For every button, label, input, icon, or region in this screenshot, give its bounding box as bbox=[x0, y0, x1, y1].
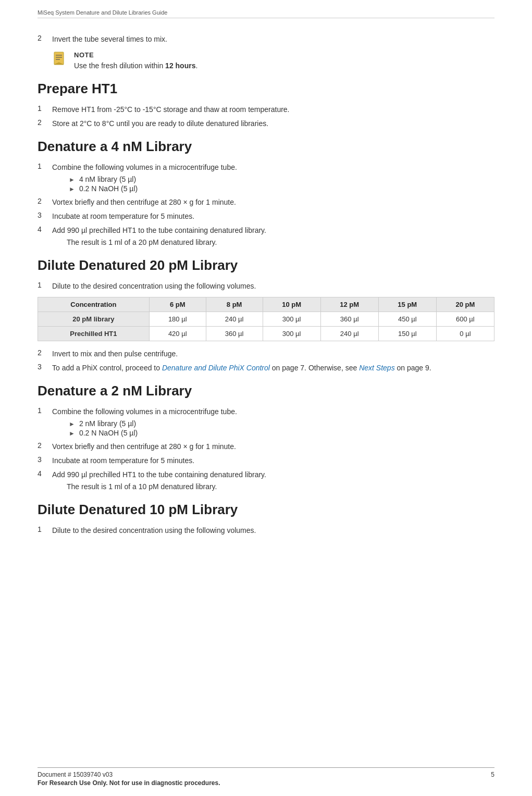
note-block: NOTE Use the fresh dilution within 12 ho… bbox=[52, 50, 494, 71]
step-text: Remove HT1 from -25°C to -15°C storage a… bbox=[52, 104, 494, 115]
section-dilute20pM-title: Dilute Denatured 20 pM Library bbox=[38, 257, 494, 273]
step-num: 4 bbox=[38, 225, 52, 248]
denature4nM-step2: 2 Vortex briefly and then centrifuge at … bbox=[38, 197, 494, 208]
cell-HT1-6pM: 420 µl bbox=[149, 326, 206, 341]
footer-page-number: 5 bbox=[491, 771, 494, 778]
note-content: NOTE Use the fresh dilution within 12 ho… bbox=[74, 50, 197, 71]
dilute10pM-step1: 1 Dilute to the desired concentration us… bbox=[38, 525, 494, 536]
step-text: Add 990 µl prechilled HT1 to the tube co… bbox=[52, 226, 266, 234]
step-num: 3 bbox=[38, 363, 52, 374]
bullet-text: 2 nM library (5 µl) bbox=[79, 419, 136, 428]
cell-20pM-20pM: 600 µl bbox=[436, 312, 494, 326]
step-content: Combine the following volumes in a micro… bbox=[52, 406, 237, 438]
denature4nM-step3: 3 Incubate at room temperature for 5 min… bbox=[38, 211, 494, 222]
denature2nM-step2: 2 Vortex briefly and then centrifuge at … bbox=[38, 441, 494, 452]
denature2nM-step3: 3 Incubate at room temperature for 5 min… bbox=[38, 455, 494, 466]
step-num: 2 bbox=[38, 197, 52, 208]
cell-HT1-8pM: 360 µl bbox=[206, 326, 263, 341]
step-continuation: The result is 1 ml of a 20 pM denatured … bbox=[67, 237, 266, 248]
step-num: 3 bbox=[38, 211, 52, 222]
cell-20pM-15pM: 450 µl bbox=[378, 312, 436, 326]
section-denature4nM-title: Denature a 4 nM Library bbox=[38, 139, 494, 155]
dilute20pM-step3: 3 To add a PhiX control, proceed to Dena… bbox=[38, 363, 494, 374]
cell-20pM-10pM: 300 µl bbox=[263, 312, 320, 326]
link-next-steps[interactable]: Next Steps bbox=[359, 364, 394, 372]
cell-20pM-6pM: 180 µl bbox=[149, 312, 206, 326]
cell-20pM-8pM: 240 µl bbox=[206, 312, 263, 326]
step3-link-text: To add a PhiX control, proceed to Denatu… bbox=[52, 363, 494, 374]
link-denature-dilute-phix[interactable]: Denature and Dilute PhiX Control bbox=[162, 364, 270, 372]
row-header-prechilled-HT1: Prechilled HT1 bbox=[38, 326, 150, 341]
row-header-20pM-library: 20 pM library bbox=[38, 312, 150, 326]
denature4nM-step4: 4 Add 990 µl prechilled HT1 to the tube … bbox=[38, 225, 494, 248]
denature2nM-steps: 1 Combine the following volumes in a mic… bbox=[38, 406, 494, 492]
step-text: Incubate at room temperature for 5 minut… bbox=[52, 455, 494, 466]
footer-bar: Document # 15039740 v03 5 For Research U… bbox=[38, 767, 494, 787]
denature2nM-step4: 4 Add 990 µl prechilled HT1 to the tube … bbox=[38, 469, 494, 492]
step-text: Vortex briefly and then centrifuge at 28… bbox=[52, 441, 494, 452]
step-continuation: The result is 1 ml of a 10 pM denatured … bbox=[67, 481, 266, 492]
cell-HT1-10pM: 300 µl bbox=[263, 326, 320, 341]
bullet-arrow-icon: ► bbox=[69, 185, 75, 193]
step-text: Incubate at room temperature for 5 minut… bbox=[52, 211, 494, 222]
table-row: Prechilled HT1 420 µl 360 µl 300 µl 240 … bbox=[38, 326, 494, 341]
page-wrapper: MiSeq System Denature and Dilute Librari… bbox=[0, 0, 532, 796]
step-content: Combine the following volumes in a micro… bbox=[52, 162, 237, 194]
col-header-6pM: 6 pM bbox=[149, 297, 206, 312]
denature2nM-step1: 1 Combine the following volumes in a mic… bbox=[38, 406, 494, 438]
step-text: Store at 2°C to 8°C until you are ready … bbox=[52, 118, 494, 129]
section-prepareHT1-title: Prepare HT1 bbox=[38, 81, 494, 97]
col-header-20pM: 20 pM bbox=[436, 297, 494, 312]
footer-top: Document # 15039740 v03 5 bbox=[38, 771, 494, 778]
note-bold: 12 hours bbox=[165, 61, 195, 70]
cell-20pM-12pM: 360 µl bbox=[320, 312, 378, 326]
bullet-list: ► 2 nM library (5 µl) ► 0.2 N NaOH (5 µl… bbox=[69, 419, 237, 437]
dilute20pM-step2: 2 Invert to mix and then pulse centrifug… bbox=[38, 349, 494, 359]
step-num: 1 bbox=[38, 162, 52, 194]
step-num: 1 bbox=[38, 525, 52, 536]
note-label: NOTE bbox=[74, 50, 197, 60]
step-num: 2 bbox=[38, 118, 52, 129]
step-text: Vortex briefly and then centrifuge at 28… bbox=[52, 197, 494, 208]
bullet-text: 0.2 N NaOH (5 µl) bbox=[79, 184, 138, 193]
dilute20pM-steps-after: 2 Invert to mix and then pulse centrifug… bbox=[38, 349, 494, 374]
header-title: MiSeq System Denature and Dilute Librari… bbox=[38, 9, 167, 16]
cell-HT1-12pM: 240 µl bbox=[320, 326, 378, 341]
bullet-text: 0.2 N NaOH (5 µl) bbox=[79, 429, 138, 437]
cell-HT1-15pM: 150 µl bbox=[378, 326, 436, 341]
section-dilute10pM-title: Dilute Denatured 10 pM Library bbox=[38, 502, 494, 518]
note-body: Use the fresh dilution within 12 hours. bbox=[74, 60, 197, 71]
cell-HT1-20pM: 0 µl bbox=[436, 326, 494, 341]
prepareHT1-step2: 2 Store at 2°C to 8°C until you are read… bbox=[38, 118, 494, 129]
col-header-10pM: 10 pM bbox=[263, 297, 320, 312]
step-text: Invert to mix and then pulse centrifuge. bbox=[52, 349, 494, 359]
step-num: 2 bbox=[38, 349, 52, 359]
col-header-8pM: 8 pM bbox=[206, 297, 263, 312]
bullet-row: ► 0.2 N NaOH (5 µl) bbox=[69, 429, 237, 437]
step-num: 2 bbox=[38, 441, 52, 452]
footer-doc-number: Document # 15039740 v03 bbox=[38, 771, 113, 778]
col-header-12pM: 12 pM bbox=[320, 297, 378, 312]
table-header-row: Concentration 6 pM 8 pM 10 pM 12 pM 15 p… bbox=[38, 297, 494, 312]
step-num: 4 bbox=[38, 469, 52, 492]
bullet-arrow-icon: ► bbox=[69, 176, 75, 183]
step-text: Dilute to the desired concentration usin… bbox=[52, 281, 494, 292]
step-num: 1 bbox=[38, 104, 52, 115]
prepareHT1-steps: 1 Remove HT1 from -25°C to -15°C storage… bbox=[38, 104, 494, 129]
bullet-row: ► 2 nM library (5 µl) bbox=[69, 419, 237, 428]
note-text-end: . bbox=[195, 61, 197, 70]
denature4nM-steps: 1 Combine the following volumes in a mic… bbox=[38, 162, 494, 248]
step-text: Add 990 µl prechilled HT1 to the tube co… bbox=[52, 470, 266, 479]
header-bar: MiSeq System Denature and Dilute Librari… bbox=[38, 9, 494, 18]
bullet-row: ► 4 nM library (5 µl) bbox=[69, 175, 237, 183]
note-text-before: Use the fresh dilution within bbox=[74, 61, 165, 70]
section-denature2nM-title: Denature a 2 nM Library bbox=[38, 383, 494, 399]
step-num: 1 bbox=[38, 406, 52, 438]
bullet-arrow-icon: ► bbox=[69, 430, 75, 437]
bullet-arrow-icon: ► bbox=[69, 420, 75, 428]
dilute10pM-steps: 1 Dilute to the desired concentration us… bbox=[38, 525, 494, 536]
step-text: Combine the following volumes in a micro… bbox=[52, 163, 237, 171]
step-content: Add 990 µl prechilled HT1 to the tube co… bbox=[52, 469, 266, 492]
note-icon bbox=[52, 51, 69, 68]
prepareHT1-step1: 1 Remove HT1 from -25°C to -15°C storage… bbox=[38, 104, 494, 115]
